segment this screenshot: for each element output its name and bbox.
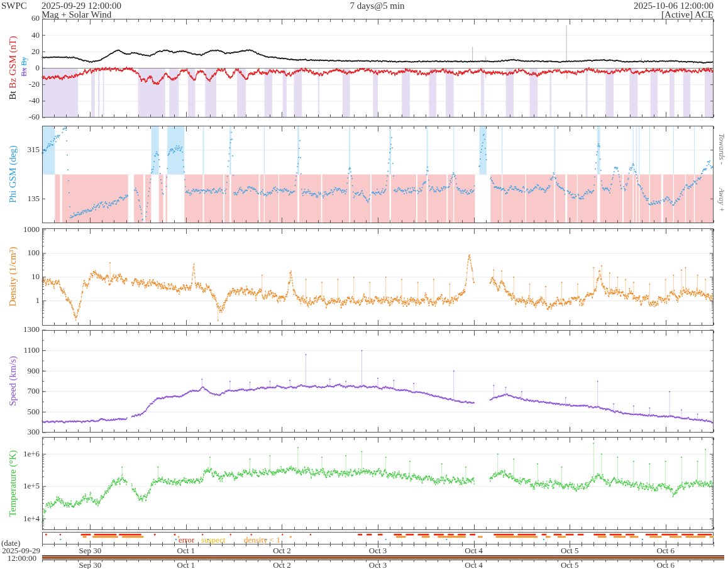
bz-label: Bz GSM (nT) [8, 36, 18, 88]
density-axis-title: Density (1/cm³) [8, 247, 18, 307]
range-label: 7 days@5 min [327, 1, 427, 11]
away-sector-label: Away + [717, 188, 726, 213]
solar-wind-chart-canvas [0, 0, 728, 569]
phi-axis-title: Phi GSM (deg) [8, 145, 18, 203]
swpc-ace-plot-page: SWPC 2025-09-29 12:00:00 7 days@5 min 20… [0, 0, 728, 569]
product-label: SWPC [1, 1, 27, 11]
plot-title: Mag + Solar Wind [41, 9, 111, 20]
towards-sector-label: Towards - [717, 133, 726, 164]
mag-axis-subtitle: Bx By [19, 57, 29, 76]
speed-axis-title: Speed (km/s) [8, 356, 18, 406]
source-status: [Active] ACE [661, 9, 714, 20]
bx-label: Bx [19, 68, 28, 77]
bt-label: Bt [8, 91, 18, 99]
footer-start-time: 12:00:00 [0, 553, 36, 563]
temperature-axis-title: Temperature (°K) [8, 450, 18, 517]
by-label: By [19, 57, 28, 65]
mag-axis-title: Bt Bz GSM (nT) [8, 36, 18, 99]
